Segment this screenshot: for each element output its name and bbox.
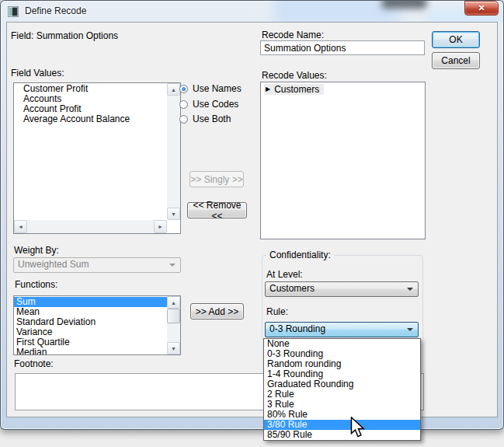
weight-by-value: Unweighted Sum	[18, 259, 89, 270]
add-button[interactable]: >> Add >>	[190, 303, 244, 320]
ok-button[interactable]: OK	[432, 31, 480, 48]
at-level-label: At Level:	[266, 270, 303, 280]
scrollbar-thumb[interactable]	[167, 309, 180, 323]
cancel-button[interactable]: Cancel	[432, 52, 480, 69]
at-level-value: Customers	[269, 283, 315, 294]
remove-button[interactable]: << Remove <<	[187, 202, 247, 218]
field-values-label: Field Values:	[11, 68, 64, 79]
tree-item-customers[interactable]: ▶ Customers	[264, 84, 324, 95]
field-values-rows: Customer Profit Accounts Account Profit …	[14, 84, 167, 124]
list-item[interactable]: Average Account Balance	[14, 114, 167, 124]
dropdown-arrow-icon	[407, 328, 413, 331]
recode-values-label: Recode Values:	[262, 71, 327, 81]
rule-label: Rule:	[266, 307, 288, 317]
scroll-down-icon[interactable]: ▼	[167, 342, 180, 354]
singly-button[interactable]: >> Singly >>	[189, 171, 244, 187]
mouse-cursor-icon	[350, 417, 367, 438]
define-recode-dialog: Define Recode ✕ Field: Summation Options…	[0, 0, 504, 430]
weight-by-combobox: Unweighted Sum	[13, 257, 181, 273]
field-values-listbox: Customer Profit Accounts Account Profit …	[13, 82, 181, 234]
radio-label: Use Codes	[193, 100, 238, 110]
radio-icon	[179, 115, 188, 124]
functions-label: Functions:	[15, 280, 57, 290]
glass-reflection	[274, 1, 398, 22]
radio-selected-icon	[179, 85, 188, 93]
rule-combobox[interactable]: 0-3 Rounding	[265, 322, 419, 337]
rule-value: 0-3 Rounding	[269, 323, 325, 334]
field-info-label: Field:	[11, 30, 33, 41]
functions-rows: Sum Mean Standard Deviation Variance Fir…	[14, 297, 167, 355]
vertical-scrollbar[interactable]: ▲ ▼	[167, 296, 180, 354]
radio-use-codes[interactable]: Use Codes	[179, 100, 238, 110]
close-icon: ✕	[478, 3, 485, 12]
dropdown-arrow-icon	[169, 264, 176, 267]
tree-item-label: Customers	[274, 84, 319, 95]
horizontal-scrollbar[interactable]: ◄ ►	[14, 220, 167, 233]
recode-name-label: Recode Name:	[262, 30, 324, 40]
at-level-combobox[interactable]: Customers	[265, 281, 419, 297]
dropdown-option[interactable]: 85/90 Rule	[264, 430, 420, 440]
radio-label: Use Names	[193, 84, 242, 94]
weight-by-label: Weight By:	[14, 246, 59, 256]
glass-reflection	[382, 1, 426, 9]
rule-dropdown-list: None 0-3 Rounding Random rounding 1-4 Ro…	[263, 338, 421, 441]
expander-icon[interactable]: ▶	[266, 84, 270, 95]
scroll-down-icon[interactable]: ▼	[167, 208, 180, 220]
footnote-label: Footnote:	[14, 359, 54, 369]
window-title: Define Recode	[25, 5, 86, 16]
vertical-scrollbar[interactable]: ▲ ▼	[167, 83, 180, 220]
scroll-up-icon[interactable]: ▲	[167, 296, 180, 309]
radio-use-names[interactable]: Use Names	[179, 84, 242, 94]
dropdown-arrow-icon	[407, 288, 413, 291]
scroll-right-icon[interactable]: ►	[154, 220, 167, 233]
radio-use-both[interactable]: Use Both	[179, 114, 231, 124]
functions-listbox: Sum Mean Standard Deviation Variance Fir…	[13, 295, 181, 355]
recode-values-listbox: ▶ Customers	[260, 82, 426, 239]
app-icon	[8, 6, 19, 17]
scroll-up-icon[interactable]: ▲	[167, 83, 180, 96]
title-bar[interactable]: Define Recode	[1, 1, 503, 22]
field-info-value: Summation Options	[36, 30, 118, 41]
close-button[interactable]: ✕	[464, 1, 499, 16]
scroll-left-icon[interactable]: ◄	[14, 220, 27, 233]
recode-name-input[interactable]	[260, 40, 425, 55]
field-info: Field: Summation Options	[11, 31, 118, 41]
list-item[interactable]: Median	[14, 347, 167, 355]
radio-label: Use Both	[193, 114, 231, 124]
confidentiality-label: Confidentiality:	[266, 250, 334, 260]
radio-icon	[179, 100, 188, 109]
